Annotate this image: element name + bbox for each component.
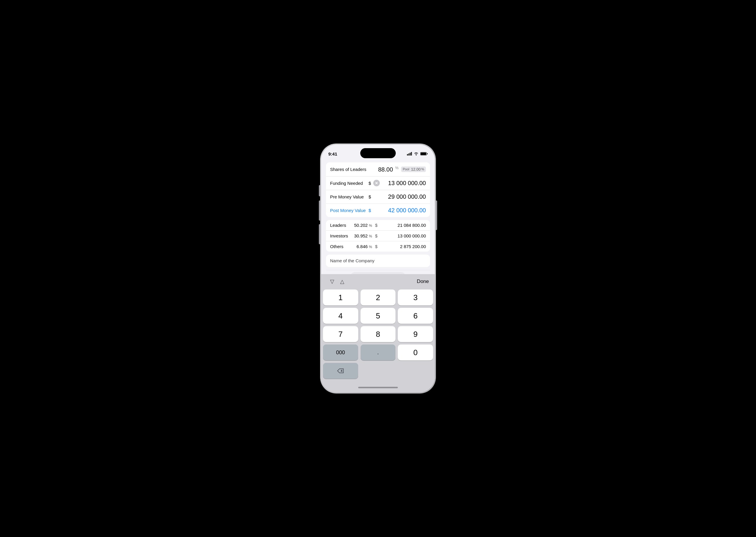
funding-row: Funding Needed $ 13 000 000.00 — [326, 177, 430, 190]
home-indicator — [321, 382, 435, 392]
dist-others-pct: 6.846 % — [352, 244, 372, 249]
svg-rect-5 — [421, 152, 426, 155]
premoney-label: Pre Money Value — [330, 194, 368, 199]
company-name-section — [326, 255, 430, 267]
pool-pct-sign: % — [421, 167, 424, 171]
wifi-icon — [414, 152, 419, 155]
tab-term-sheet[interactable]: Term Sheet — [350, 272, 406, 274]
dist-others-label: Others — [330, 244, 352, 249]
premoney-row: Pre Money Value $ 29 000 000.00 — [326, 190, 430, 204]
postmoney-currency: $ — [368, 208, 371, 213]
volume-down-button[interactable] — [319, 224, 320, 244]
funding-value: 13 000 000.00 — [388, 180, 426, 186]
dist-investors-label: Investors — [330, 233, 352, 238]
shares-row: Shares of Leaders 88.00 % Pool 12.00 % — [326, 162, 430, 177]
dist-leaders-value: 21 084 800.00 — [398, 223, 426, 228]
pool-badge: Pool 12.00 % — [401, 166, 426, 172]
numpad-section: ▽ △ Done 1 2 3 4 5 6 7 8 9 000 . — [321, 274, 435, 392]
dist-investors-pct: 30.952 % — [352, 233, 372, 238]
dist-investors-currency: $ — [375, 233, 377, 238]
company-name-input[interactable] — [330, 258, 426, 263]
key-0[interactable]: 0 — [398, 345, 433, 360]
volume-up-button[interactable] — [319, 200, 320, 221]
app-content: Shares of Leaders 88.00 % Pool 12.00 % — [321, 159, 435, 274]
dist-others-currency: $ — [375, 244, 377, 249]
numpad-arrow-down[interactable]: ▽ — [327, 277, 337, 286]
dist-others-value: 2 875 200.00 — [400, 244, 426, 249]
svg-rect-3 — [411, 152, 412, 155]
home-bar — [358, 387, 398, 388]
key-2[interactable]: 2 — [360, 289, 396, 306]
dist-leaders-currency: $ — [375, 223, 377, 228]
pool-value: 12.00 — [411, 167, 421, 172]
premoney-currency: $ — [368, 194, 371, 199]
postmoney-value: 42 000 000.00 — [388, 207, 426, 214]
dist-leaders-label: Leaders — [330, 223, 352, 228]
key-000[interactable]: 000 — [323, 345, 358, 360]
postmoney-row: Post Money Value $ 42 000 000.00 — [326, 204, 430, 217]
dist-row-investors: Investors 30.952 % $ 13 000 000.00 — [326, 231, 430, 241]
key-6[interactable]: 6 — [398, 308, 433, 324]
funding-label: Funding Needed — [330, 181, 368, 186]
numpad-grid: 1 2 3 4 5 6 7 8 9 000 . 0 — [321, 288, 435, 382]
svg-rect-2 — [410, 153, 410, 156]
status-time: 9:41 — [328, 151, 337, 156]
key-decimal[interactable]: . — [360, 345, 396, 360]
shares-label: Shares of Leaders — [330, 167, 368, 172]
numpad-done-button[interactable]: Done — [417, 278, 429, 284]
key-4[interactable]: 4 — [323, 308, 358, 324]
key-8[interactable]: 8 — [360, 326, 396, 342]
battery-icon — [420, 152, 428, 155]
signal-icon — [407, 152, 412, 155]
key-9[interactable]: 9 — [398, 326, 433, 342]
key-1[interactable]: 1 — [323, 289, 358, 306]
key-5[interactable]: 5 — [360, 308, 396, 324]
distribution-table: Leaders 50.202 % $ 21 084 800.00 Investo… — [326, 220, 430, 252]
postmoney-label: Post Money Value — [330, 208, 368, 213]
phone-frame: 9:41 — [320, 144, 436, 393]
funding-currency: $ — [368, 181, 371, 186]
svg-rect-1 — [408, 153, 409, 155]
key-3[interactable]: 3 — [398, 289, 433, 306]
shares-pct-sign: % — [395, 166, 399, 170]
key-7[interactable]: 7 — [323, 326, 358, 342]
clear-funding-button[interactable] — [373, 180, 380, 186]
mute-button[interactable] — [319, 185, 320, 196]
backspace-icon — [337, 368, 344, 373]
status-icons — [407, 152, 428, 155]
dist-row-others: Others 6.846 % $ 2 875 200.00 — [326, 241, 430, 252]
main-data-table: Shares of Leaders 88.00 % Pool 12.00 % — [326, 162, 430, 217]
dynamic-island — [360, 148, 396, 158]
screen-content: 9:41 — [321, 145, 435, 392]
shares-value: 88.00 % — [378, 166, 399, 173]
svg-rect-6 — [427, 153, 428, 154]
dist-row-leaders: Leaders 50.202 % $ 21 084 800.00 — [326, 220, 430, 231]
svg-rect-0 — [407, 154, 408, 155]
dist-leaders-pct: 50.202 % — [352, 223, 372, 228]
premoney-value: 29 000 000.00 — [388, 193, 426, 200]
numpad-toolbar: ▽ △ Done — [321, 274, 435, 288]
key-backspace[interactable] — [323, 363, 358, 379]
power-button[interactable] — [436, 200, 437, 230]
numpad-arrow-up[interactable]: △ — [337, 277, 347, 286]
tab-bar: Term Sheet — [326, 270, 430, 274]
phone-screen: 9:41 — [321, 145, 435, 392]
pool-label: Pool — [403, 167, 409, 171]
dist-investors-value: 13 000 000.00 — [398, 233, 426, 238]
